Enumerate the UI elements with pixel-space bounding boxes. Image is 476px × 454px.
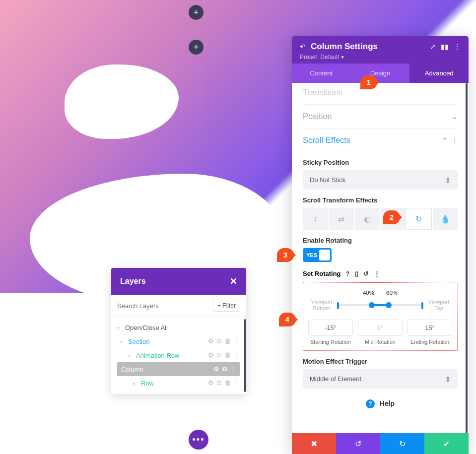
- layer-label: Row: [141, 380, 208, 387]
- effect-vertical-icon[interactable]: ↕: [303, 208, 328, 230]
- open-close-all[interactable]: ▾ Open/Close All: [111, 321, 246, 334]
- select-value: Do Not Stick: [310, 176, 345, 184]
- slider-start-handle[interactable]: [337, 302, 339, 309]
- undo-button[interactable]: ↺: [336, 433, 380, 454]
- more-icon[interactable]: ⋮: [234, 379, 240, 387]
- slider-mid-handle-2[interactable]: [386, 302, 392, 308]
- motion-trigger-select[interactable]: Middle of Element ▲▼: [303, 369, 458, 389]
- back-icon[interactable]: ↶: [300, 43, 306, 51]
- ending-rotation-caption: Ending Rotation: [408, 339, 452, 345]
- enable-rotating-toggle[interactable]: YES: [303, 248, 332, 262]
- sticky-position-select[interactable]: Do Not Stick ▲▼: [303, 170, 458, 190]
- layer-label: Section: [128, 338, 208, 345]
- gear-icon[interactable]: ⚙: [208, 351, 214, 359]
- filter-button[interactable]: + Filter: [213, 300, 240, 312]
- layer-item-section[interactable]: ▾ Section ⚙ ⧉ 🗑 ⋮: [111, 334, 246, 348]
- slider-end-handle[interactable]: [421, 302, 423, 309]
- reset-icon[interactable]: ↺: [363, 270, 369, 277]
- sticky-position-label: Sticky Position: [303, 159, 458, 166]
- tab-content[interactable]: Content: [292, 64, 351, 83]
- page-icon[interactable]: ▮▮: [441, 43, 449, 51]
- ending-rotation-input[interactable]: 15°: [408, 320, 452, 336]
- more-icon[interactable]: ⋮: [374, 270, 380, 277]
- layer-label: Column: [121, 366, 213, 373]
- starting-rotation-caption: Starting Rotation: [308, 339, 353, 345]
- decor-blob: [189, 189, 243, 228]
- set-rotating-label: Set Rotating: [303, 270, 341, 277]
- gear-icon[interactable]: ⚙: [208, 379, 214, 387]
- section-label: Transitions: [303, 88, 458, 97]
- section-position[interactable]: Position ⌄: [303, 105, 458, 129]
- chevron-down-icon: ▾: [117, 325, 122, 330]
- search-input[interactable]: [117, 302, 209, 310]
- more-icon[interactable]: ⋮: [234, 337, 240, 345]
- help-button[interactable]: ? Help: [303, 389, 458, 412]
- trash-icon[interactable]: 🗑: [224, 351, 231, 359]
- layer-item-animation-row[interactable]: ▾ Animation Row ⚙ ⧉ 🗑 ⋮: [111, 348, 246, 362]
- preset-label: Preset: Default: [300, 54, 339, 61]
- rotating-settings-box: 40% 60% Viewport Bottom Viewport Top: [303, 282, 458, 351]
- callout-1: 1: [360, 75, 377, 89]
- callout-2: 2: [383, 210, 400, 224]
- section-transitions[interactable]: Transitions: [303, 88, 458, 105]
- preset-dropdown[interactable]: Preset: Default ▾: [300, 54, 461, 61]
- effect-blur-icon[interactable]: 💧: [432, 208, 458, 230]
- add-button[interactable]: +: [189, 5, 204, 20]
- more-icon[interactable]: ⋮: [230, 365, 236, 373]
- redo-button[interactable]: ↻: [380, 433, 424, 454]
- more-fab-button[interactable]: •••: [189, 430, 208, 450]
- gear-icon[interactable]: ⚙: [208, 337, 214, 345]
- layer-item-column[interactable]: Column ⚙ ⧉ ⋮: [117, 362, 240, 376]
- more-icon[interactable]: ⋮: [452, 137, 458, 144]
- save-button[interactable]: ✔: [424, 433, 469, 454]
- updown-icon: ▲▼: [445, 177, 451, 183]
- settings-footer: ✖ ↺ ↻ ✔: [292, 433, 469, 454]
- settings-header: ↶ Column Settings ⤢ ▮▮ ⋮ Preset: Default…: [292, 36, 469, 64]
- motion-trigger-label: Motion Effect Trigger: [303, 358, 458, 365]
- layers-search-row: + Filter: [111, 295, 246, 317]
- chevron-down-icon: ▾: [341, 54, 344, 61]
- layers-body: ▾ Open/Close All ▾ Section ⚙ ⧉ 🗑 ⋮ ▾ Ani…: [111, 317, 246, 394]
- enable-rotating-label: Enable Rotating: [303, 237, 458, 244]
- slider-label-60: 60%: [386, 290, 398, 296]
- more-icon[interactable]: ⋮: [234, 351, 240, 359]
- layer-item-row[interactable]: ▸ Row ⚙ ⧉ 🗑 ⋮: [111, 376, 246, 390]
- close-icon[interactable]: ✕: [230, 276, 237, 287]
- updown-icon: ▲▼: [445, 376, 451, 382]
- callout-3: 3: [277, 248, 294, 262]
- chevron-up-icon[interactable]: ⌃: [442, 136, 448, 144]
- duplicate-icon[interactable]: ⧉: [222, 365, 227, 373]
- help-icon: ?: [366, 399, 375, 408]
- duplicate-icon[interactable]: ⧉: [217, 379, 221, 387]
- trash-icon[interactable]: 🗑: [224, 379, 231, 387]
- effect-fade-icon[interactable]: ◐: [354, 208, 380, 230]
- settings-body: Transitions Position ⌄ Scroll Effects ⌃ …: [292, 83, 469, 433]
- help-icon[interactable]: ?: [346, 270, 350, 277]
- trash-icon[interactable]: 🗑: [224, 337, 231, 345]
- cancel-button[interactable]: ✖: [292, 433, 336, 454]
- section-scroll-effects[interactable]: Scroll Effects ⌃ ⋮: [303, 129, 458, 152]
- duplicate-icon[interactable]: ⧉: [217, 351, 221, 359]
- expand-icon[interactable]: ⤢: [430, 43, 436, 51]
- add-button[interactable]: +: [189, 40, 204, 55]
- duplicate-icon[interactable]: ⧉: [217, 337, 221, 345]
- starting-rotation-input[interactable]: -15°: [308, 320, 353, 336]
- viewport-top-label: Viewport Top: [425, 299, 452, 312]
- layers-header[interactable]: Layers ✕: [111, 268, 246, 295]
- mid-rotation-caption: Mid Rotation: [358, 339, 403, 345]
- gear-icon[interactable]: ⚙: [213, 365, 219, 373]
- more-icon[interactable]: ⋮: [454, 43, 461, 51]
- chevron-down-icon[interactable]: ⌄: [452, 113, 458, 121]
- mid-rotation-input[interactable]: 0°: [358, 320, 403, 336]
- slider-mid-handle-1[interactable]: [369, 302, 375, 308]
- open-close-label: Open/Close All: [125, 324, 240, 331]
- effect-horizontal-icon[interactable]: ⇄: [328, 208, 353, 230]
- device-icon[interactable]: ▯: [355, 270, 358, 277]
- tab-advanced[interactable]: Advanced: [409, 64, 469, 83]
- rotation-slider: 40% 60% Viewport Bottom Viewport Top: [308, 290, 452, 313]
- help-label: Help: [380, 399, 395, 407]
- effect-rotate-icon[interactable]: ↻: [406, 208, 431, 230]
- slider-track[interactable]: [337, 304, 423, 306]
- settings-title: Column Settings: [311, 42, 425, 52]
- section-label: Scroll Effects: [303, 135, 442, 145]
